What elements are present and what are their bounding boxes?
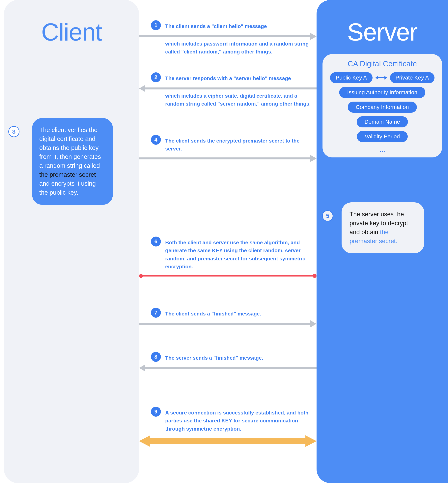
arrow-head-right-icon-7 — [310, 320, 317, 327]
private-key-pill: Private Key A — [390, 72, 435, 83]
issuing-pill: Issuing Authority Information — [339, 87, 425, 98]
step-3-text-b: and encrypts it using the public key. — [39, 180, 96, 196]
arrow-line-1 — [139, 35, 310, 37]
server-title: Server — [317, 18, 448, 46]
client-title: Client — [4, 18, 139, 46]
validity-pill: Validity Period — [357, 131, 408, 142]
step-7-badge: 7 — [151, 308, 161, 318]
step-5-text-a: The server uses the private key to decry… — [349, 211, 408, 236]
ca-certificate-box: CA Digital Certificate Public Key A Priv… — [322, 54, 442, 157]
step-4-badge: 4 — [151, 135, 161, 145]
arrow-line-7 — [139, 323, 310, 325]
client-column: Client — [4, 0, 139, 483]
cert-title: CA Digital Certificate — [328, 60, 437, 68]
step-2-text-a: The server responds with a "server hello… — [165, 74, 314, 82]
step-8-text: The server sends a "finished" message. — [165, 354, 314, 362]
step-2-badge: 2 — [151, 72, 161, 82]
step-8-badge: 8 — [151, 352, 161, 362]
step-4-text: The client sends the encrypted premaster… — [165, 137, 314, 153]
red-dot-right-icon — [312, 274, 317, 278]
step-1-text-b: which includes password information and … — [165, 40, 314, 56]
step-1-badge: 1 — [151, 20, 161, 30]
cert-more: ... — [328, 146, 437, 153]
step-9-text: A secure connection is successfully esta… — [165, 409, 314, 433]
step-2-text-b: which includes a cipher suite, digital c… — [165, 92, 314, 108]
step-5-badge: 5 — [322, 210, 333, 221]
arrow-head-left-icon — [139, 85, 145, 92]
company-pill: Company Information — [348, 102, 417, 113]
step-3-text-dark: the premaster secret — [39, 171, 96, 178]
arrow-head-left-icon-8 — [139, 364, 145, 371]
step-9-badge: 9 — [151, 407, 161, 417]
cert-key-row: Public Key A Private Key A — [328, 72, 437, 83]
arrow-head-right-icon — [310, 33, 317, 40]
bidirectional-big-arrow-icon — [139, 435, 317, 447]
step-6-text: Both the client and server use the same … — [165, 238, 314, 271]
step-3-badge: 3 — [8, 126, 19, 137]
domain-pill: Domain Name — [357, 116, 408, 127]
red-line — [141, 275, 315, 276]
step-3-text-a: The client verifies the digital certific… — [39, 126, 101, 169]
step-3-box: The client verifies the digital certific… — [32, 118, 113, 205]
bidirectional-arrow-icon — [375, 76, 387, 80]
step-7-text: The client sends a "finished" message. — [165, 310, 314, 318]
step-5-box: The server uses the private key to decry… — [342, 202, 424, 253]
arrow-line-4 — [139, 157, 310, 160]
arrow-line-2 — [145, 87, 317, 89]
step-1-text-a: The client sends a "client hello" messag… — [165, 22, 314, 30]
arrow-head-right-icon-4 — [310, 155, 317, 162]
arrow-line-8 — [145, 367, 317, 369]
public-key-pill: Public Key A — [330, 72, 372, 83]
step-6-badge: 6 — [151, 236, 161, 246]
